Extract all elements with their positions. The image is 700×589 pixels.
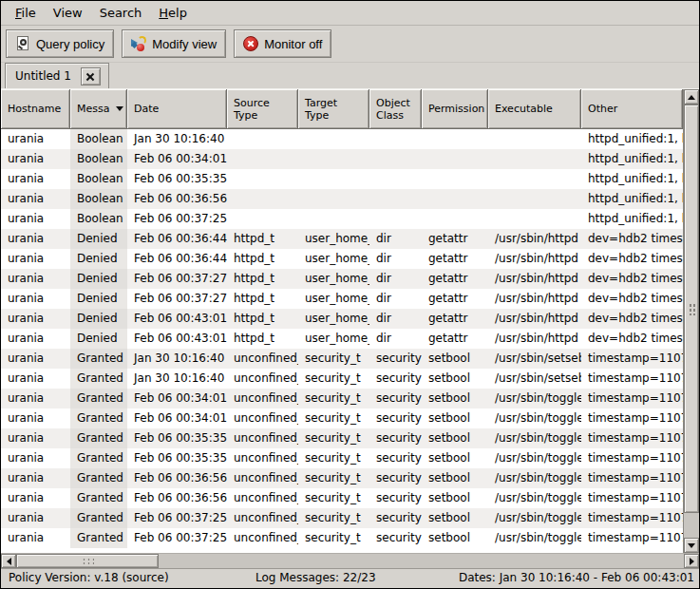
cell-date: Feb 06 00:43:01: [127, 329, 227, 349]
column-header-source-type[interactable]: SourceType: [227, 89, 298, 129]
scroll-down-button[interactable]: [684, 538, 699, 553]
cell-executable: /usr/sbin/toggle: [488, 488, 581, 508]
scroll-up-button[interactable]: [684, 89, 699, 104]
horizontal-scrollbar-thumb[interactable]: [16, 554, 159, 568]
cell-target-type: [298, 149, 369, 169]
cell-other: timestamp=11071: [581, 349, 683, 369]
menu-file[interactable]: File: [7, 3, 45, 23]
cell-hostname: urania: [1, 229, 70, 249]
cell-permission: getattr: [422, 269, 488, 289]
table-row[interactable]: uraniaGrantedFeb 06 00:34:01unconfined_s…: [1, 389, 683, 408]
scroll-left-button[interactable]: [1, 554, 16, 568]
scrollbar-grip-icon: [689, 303, 695, 315]
column-header-permission[interactable]: Permission: [422, 89, 488, 129]
cell-object-class: dir: [369, 249, 422, 269]
cell-target-type: security_t: [298, 408, 369, 428]
cell-other: dev=hdb2 timesta: [581, 269, 683, 289]
vertical-scrollbar-thumb[interactable]: [684, 104, 699, 513]
cell-source-type: httpd_t: [227, 269, 298, 289]
cell-source-type: unconfined_: [227, 369, 298, 389]
cell-source-type: [227, 169, 298, 189]
cell-hostname: urania: [1, 329, 70, 349]
table-row[interactable]: uraniaBooleanFeb 06 00:34:01httpd_unifie…: [1, 149, 683, 169]
cell-object-class: security: [369, 468, 422, 488]
cell-date: Feb 06 00:37:27: [127, 269, 227, 289]
table-row[interactable]: uraniaGrantedFeb 06 00:35:35unconfined_s…: [1, 428, 683, 448]
cell-hostname: urania: [1, 448, 70, 468]
monitor-off-button[interactable]: Monitor off: [234, 29, 331, 58]
cell-other: dev=hdb2 timesta: [581, 309, 683, 329]
query-policy-button[interactable]: Query policy: [6, 29, 114, 58]
column-header-other[interactable]: Other: [581, 89, 683, 129]
cell-permission: getattr: [422, 309, 488, 329]
column-header-executable[interactable]: Executable: [488, 89, 581, 129]
tab-untitled-1[interactable]: Untitled 1: [5, 63, 109, 88]
column-header-messa[interactable]: Messa: [70, 89, 127, 129]
column-header-target-type[interactable]: TargetType: [298, 89, 369, 129]
log-table: HostnameMessaDateSourceTypeTargetTypeObj…: [1, 89, 683, 553]
table-row[interactable]: uraniaDeniedFeb 06 00:37:27httpd_tuser_h…: [1, 269, 683, 289]
cell-executable: /usr/sbin/toggle: [488, 448, 581, 468]
tab-close-button[interactable]: [81, 67, 101, 86]
table-row[interactable]: uraniaDeniedFeb 06 00:36:44httpd_tuser_h…: [1, 249, 683, 269]
cell-permission: setbool: [422, 428, 488, 448]
cell-messa: Denied: [70, 229, 127, 249]
table-row[interactable]: uraniaGrantedFeb 06 00:37:25unconfined_s…: [1, 528, 683, 548]
column-header-object-class[interactable]: ObjectClass: [369, 89, 422, 129]
table-row[interactable]: uraniaBooleanFeb 06 00:37:25httpd_unifie…: [1, 209, 683, 229]
modify-view-button[interactable]: Modify view: [122, 29, 226, 58]
menu-bar: File View Search Help: [1, 1, 699, 26]
table-row[interactable]: uraniaGrantedFeb 06 00:35:35unconfined_s…: [1, 448, 683, 468]
cell-object-class: security: [369, 408, 422, 428]
table-header: HostnameMessaDateSourceTypeTargetTypeObj…: [1, 89, 683, 129]
sort-descending-icon: [116, 106, 123, 111]
column-header-date[interactable]: Date: [127, 89, 227, 129]
table-row[interactable]: uraniaBooleanJan 30 10:16:40httpd_unifie…: [1, 129, 683, 149]
cell-other: httpd_unified:1, h: [581, 129, 683, 149]
table-row[interactable]: uraniaGrantedJan 30 10:16:40unconfined_s…: [1, 369, 683, 389]
cell-other: timestamp=11076: [581, 508, 683, 528]
policy-version-status: Policy Version: v.18 (source): [9, 571, 169, 584]
cell-date: Jan 30 10:16:40: [127, 369, 227, 389]
table-row[interactable]: uraniaDeniedFeb 06 00:36:44httpd_tuser_h…: [1, 229, 683, 249]
cell-other: timestamp=11076: [581, 448, 683, 468]
cell-hostname: urania: [1, 428, 70, 448]
table-row[interactable]: uraniaDeniedFeb 06 00:43:01httpd_tuser_h…: [1, 329, 683, 349]
arrow-right-icon: [690, 558, 694, 565]
cell-object-class: [369, 129, 422, 149]
cell-source-type: unconfined_: [227, 389, 298, 408]
cell-executable: /usr/sbin/toggle: [488, 408, 581, 428]
table-row[interactable]: uraniaGrantedFeb 06 00:34:01unconfined_s…: [1, 408, 683, 428]
menu-view[interactable]: View: [45, 3, 91, 23]
scroll-right-button[interactable]: [684, 554, 699, 568]
cell-source-type: [227, 129, 298, 149]
table-row[interactable]: uraniaGrantedFeb 06 00:37:25unconfined_s…: [1, 508, 683, 528]
menu-help[interactable]: Help: [150, 3, 196, 23]
cell-permission: getattr: [422, 229, 488, 249]
cell-source-type: httpd_t: [227, 289, 298, 309]
table-row[interactable]: uraniaGrantedFeb 06 00:36:56unconfined_s…: [1, 488, 683, 508]
table-row[interactable]: uraniaDeniedFeb 06 00:43:01httpd_tuser_h…: [1, 309, 683, 329]
arrow-left-icon: [7, 558, 11, 565]
cell-object-class: dir: [369, 309, 422, 329]
menu-search[interactable]: Search: [91, 3, 151, 23]
cell-other: httpd_unified:1, h: [581, 169, 683, 189]
horizontal-scrollbar[interactable]: [1, 553, 699, 568]
vertical-scrollbar[interactable]: [683, 89, 699, 553]
cell-target-type: [298, 209, 369, 229]
table-row[interactable]: uraniaGrantedFeb 06 00:36:56unconfined_s…: [1, 468, 683, 488]
table-row[interactable]: uraniaBooleanFeb 06 00:36:56httpd_unifie…: [1, 189, 683, 209]
cell-executable: [488, 149, 581, 169]
table-row[interactable]: uraniaBooleanFeb 06 00:35:35httpd_unifie…: [1, 169, 683, 189]
cell-date: Jan 30 10:16:40: [127, 129, 227, 149]
table-row[interactable]: uraniaGrantedJan 30 10:16:40unconfined_s…: [1, 349, 683, 369]
column-header-hostname[interactable]: Hostname: [1, 89, 70, 129]
modify-view-icon: [131, 36, 147, 51]
cell-executable: [488, 129, 581, 149]
cell-messa: Boolean: [70, 209, 127, 229]
table-row[interactable]: uraniaDeniedFeb 06 00:37:27httpd_tuser_h…: [1, 289, 683, 309]
cell-messa: Granted: [70, 468, 127, 488]
cell-object-class: security: [369, 508, 422, 528]
cell-permission: [422, 169, 488, 189]
cell-hostname: urania: [1, 189, 70, 209]
